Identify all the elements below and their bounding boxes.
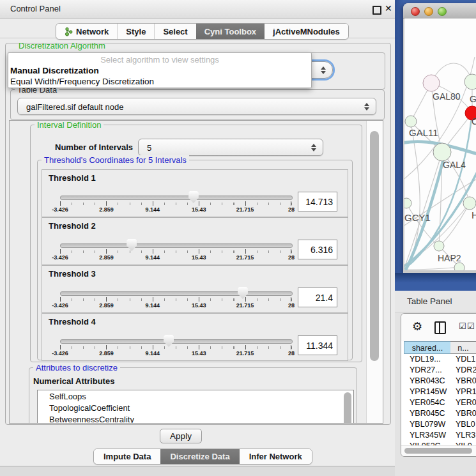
number-of-intervals-label: Number of Intervals [55,142,133,152]
cytoscape-desktop: GAL80 G C GAL11 GAL4 GCY1 H HAP2 [395,0,476,291]
table-panel-title: Table Panel [407,296,452,306]
network-view-window: GAL80 G C GAL11 GAL4 GCY1 H HAP2 [403,3,476,273]
table-data-combobox[interactable]: galFiltered.sif default node [17,98,376,115]
threshold-2-value-field[interactable] [298,240,337,259]
tab-discretize-data[interactable]: Discretize Data [160,449,239,464]
stepper-icons [311,143,316,152]
number-of-intervals-value: 5 [147,142,151,152]
node-h[interactable] [463,197,476,210]
threshold-1-slider-thumb[interactable] [188,191,199,203]
popup-option-manual-discretization[interactable]: Manual Discretization [10,66,99,75]
network-graph: GAL80 G C GAL11 GAL4 GCY1 H HAP2 [404,19,476,270]
table-row[interactable]: YPR145WYPR1 [404,387,476,397]
threshold-3-slider-thumb[interactable] [238,287,248,299]
table-row[interactable]: YDR27...YDR2 [404,365,476,376]
table-row[interactable]: YBR045CYBR0 [404,408,476,419]
control-panel-titlebar: Control Panel ✕ [0,0,395,19]
node-label: GAL4 [443,160,466,170]
table-row[interactable]: YDL19...YDL1 [404,354,476,365]
table-row[interactable]: YBL079WYBL0 [404,419,476,430]
popup-option-equal-width-frequency[interactable]: Equal Width/Frequency Discretization [10,77,154,86]
discretization-algorithm-group-title: Discretization Algorithm [16,41,108,50]
scrollpane-vertical-scrollbar[interactable] [366,121,383,423]
tab-impute-data[interactable]: Impute Data [94,449,160,464]
scrollbar-thumb[interactable] [370,131,379,361]
scrollbar-thumb[interactable] [404,448,472,454]
threshold-2-slider-thumb[interactable] [127,239,137,251]
close-traffic-light-icon[interactable] [411,7,420,16]
minimize-traffic-light-icon[interactable] [424,7,433,16]
node-gal4[interactable] [433,143,451,161]
interval-definition-title: Interval Definition [35,120,104,130]
tab-select[interactable]: Select [154,24,196,39]
table-row[interactable]: YLR345WYLR3 [404,430,476,441]
table-horizontal-scrollbar[interactable] [401,445,476,457]
table-data-value: galFiltered.sif default node [26,102,123,111]
node-label: H [472,210,476,220]
tick-marks [60,346,292,349]
list-item-topologicalcoefficient[interactable]: TopologicalCoefficient [49,403,130,413]
threshold-panel-2: Threshold 2 -3.426 2.859 9.144 15.43 21.… [42,217,348,265]
table-panel: ⚙ ☑ ☑ shared... n... YDL19...YDL1 YDR27.… [401,313,476,457]
zoom-traffic-light-icon[interactable] [438,7,447,16]
threshold-4-slider-track[interactable] [60,339,293,344]
checkbox-icon[interactable]: ☑ [459,321,466,331]
numerical-attributes-label: Numerical Attributes [33,376,114,386]
algorithm-dropdown-popup: Select algorithm to view settings Manual… [8,52,312,88]
split-columns-icon[interactable] [434,321,446,334]
node-gcy1[interactable] [404,198,411,208]
node-label: GAL80 [433,91,461,102]
settings-scrollpane: Interval Definition Number of Intervals … [9,120,383,424]
node-bottom[interactable] [454,263,464,270]
column-header-shared-name[interactable]: shared... [404,341,451,354]
attributes-group: Attributes to discretize Numerical Attri… [29,367,357,424]
threshold-1-value-field[interactable] [298,192,337,211]
list-item-betweennesscentrality[interactable]: BetweennessCentrality [49,415,134,424]
network-canvas[interactable]: GAL80 G C GAL11 GAL4 GCY1 H HAP2 [404,19,476,270]
apply-button[interactable]: Apply [160,429,202,443]
stepper-icons [320,66,326,75]
close-icon[interactable]: ✕ [385,3,392,13]
thresholds-group: Threshold's Coordinates for 5 Intervals … [37,160,353,360]
threshold-3-slider-track[interactable] [60,291,293,296]
tab-style[interactable]: Style [117,24,154,39]
cyni-bottom-tabbar: Impute Data Discretize Data Infer Networ… [93,449,312,464]
node-label: GCY1 [404,212,431,223]
node-label: C [472,116,476,127]
checkbox-icon[interactable]: ☑ [467,321,475,331]
threshold-1-slider-track[interactable] [60,196,293,200]
network-icon [65,27,73,36]
number-of-intervals-combobox[interactable]: 5 [138,139,323,156]
threshold-4-value-field[interactable] [298,335,337,355]
node-gal11[interactable] [405,116,417,127]
table-toolbar: ⚙ ☑ ☑ [401,314,476,341]
tab-jactivemnodules[interactable]: jActiveMNodules [265,24,348,39]
thresholds-group-title: Threshold's Coordinates for 5 Intervals [42,155,189,165]
node-gal80[interactable] [423,75,440,91]
float-window-icon[interactable] [372,6,381,15]
network-window-titlebar[interactable] [403,3,476,19]
stepper-icons [364,102,369,111]
control-panel-window: Control Panel ✕ Network Style Select Cyn… [0,0,395,466]
tab-cyni-toolbox[interactable]: Cyni Toolbox [196,24,265,39]
tick-marks [60,298,292,301]
node-label: G [470,94,476,104]
tab-network-label: Network [76,27,109,36]
threshold-2-slider-track[interactable] [60,243,293,248]
table-row[interactable]: YER054CYER0 [404,397,476,408]
tab-infer-network[interactable]: Infer Network [240,449,312,464]
list-item-selfloops[interactable]: SelfLoops [49,392,86,401]
table-row[interactable]: YBR043CYBR0 [404,376,476,387]
node-hap2[interactable] [434,241,444,251]
tab-network[interactable]: Network [56,24,117,39]
column-header-name[interactable]: n... [450,341,476,354]
threshold-4-slider-thumb[interactable] [164,335,174,347]
threshold-3-value-field[interactable] [298,288,337,307]
tick-marks [60,203,292,205]
desktop-shadow-strip [395,273,476,291]
attributes-list-scrollbar[interactable] [344,392,351,424]
node-label: GAL11 [409,127,438,138]
popup-hint: Select algorithm to view settings [8,55,311,65]
gear-icon[interactable]: ⚙ [412,319,422,334]
table-data-group: Table Data galFiltered.sif default node [10,89,385,120]
